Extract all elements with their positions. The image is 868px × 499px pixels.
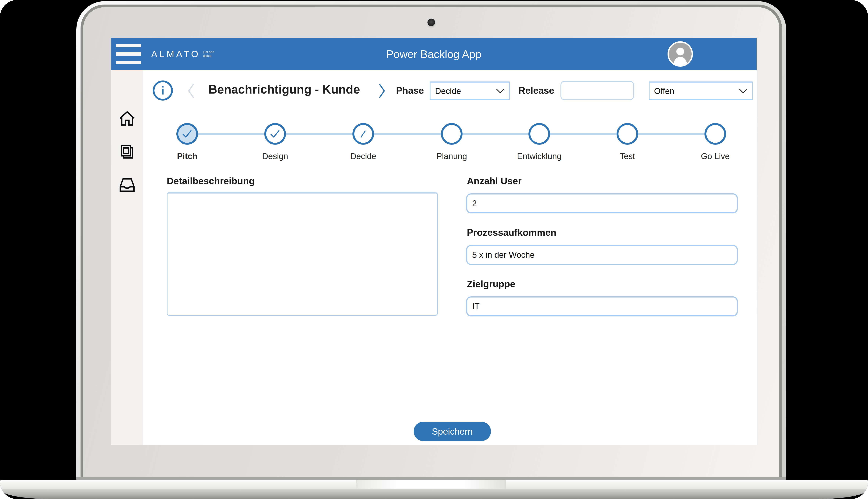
prozessaufkommen-input[interactable] (466, 245, 738, 265)
pages-icon[interactable] (118, 143, 136, 161)
step-label: Pitch (144, 151, 231, 161)
release-label: Release (518, 85, 554, 96)
release-input[interactable] (560, 81, 634, 100)
step-label: Entwicklung (496, 151, 583, 161)
prozessaufkommen-label: Prozessaufkommen (467, 227, 556, 238)
step-entwicklung-circle[interactable] (529, 123, 550, 145)
anzahl-user-label: Anzahl User (467, 175, 522, 186)
chevron-down-icon (739, 89, 747, 94)
brand-logo: ALMATO just add digital (151, 38, 220, 70)
chevron-down-icon (496, 89, 504, 94)
step-design-circle[interactable] (264, 123, 286, 145)
status-dropdown-value: Offen (654, 86, 674, 96)
user-avatar[interactable] (667, 41, 693, 67)
phase-label: Phase (396, 85, 424, 96)
info-icon[interactable]: i (153, 81, 173, 100)
top-app-bar: Power Backlog App ALMATO just add digita… (111, 38, 757, 70)
screen-bottom-edge (76, 477, 786, 480)
save-button[interactable]: Speichern (414, 422, 491, 441)
chevron-left-icon[interactable] (188, 84, 194, 98)
detailbeschreibung-label: Detailbeschreibung (167, 175, 255, 186)
laptop-base-bottom (0, 489, 868, 499)
step-pitch-circle[interactable] (177, 123, 198, 145)
step-label: Planung (408, 151, 495, 161)
zielgruppe-label: Zielgruppe (467, 279, 515, 290)
pencil-icon (357, 127, 370, 141)
webcam-icon (427, 19, 435, 26)
page-title: Benachrichtigung - Kunde (208, 82, 360, 96)
phase-dropdown-value: Decide (435, 86, 461, 96)
sidebar (111, 70, 143, 445)
brand-name: ALMATO (151, 49, 200, 59)
status-dropdown[interactable]: Offen (649, 82, 752, 100)
chevron-right-icon (378, 84, 385, 98)
step-label: Go Live (672, 151, 759, 161)
phase-dropdown[interactable]: Decide (430, 82, 510, 100)
check-icon (268, 127, 282, 141)
laptop-mockup: Power Backlog App ALMATO just add digita… (0, 0, 868, 499)
step-label: Design (231, 151, 319, 161)
check-icon (180, 127, 194, 141)
home-icon[interactable] (118, 110, 136, 128)
step-go-live-circle[interactable] (704, 123, 726, 145)
hamburger-menu-icon[interactable] (116, 44, 141, 64)
zielgruppe-input[interactable] (466, 296, 738, 316)
step-label: Decide (320, 151, 407, 161)
step-label: Test (584, 151, 671, 161)
step-decide-circle[interactable] (352, 123, 374, 145)
inbox-icon[interactable] (118, 176, 136, 194)
anzahl-user-input[interactable] (466, 193, 738, 214)
detailbeschreibung-textarea[interactable] (167, 192, 438, 316)
step-test-circle[interactable] (617, 123, 638, 145)
step-planung-circle[interactable] (441, 123, 462, 145)
app-window: Power Backlog App ALMATO just add digita… (111, 38, 757, 445)
brand-tagline: just add digital (203, 50, 220, 58)
